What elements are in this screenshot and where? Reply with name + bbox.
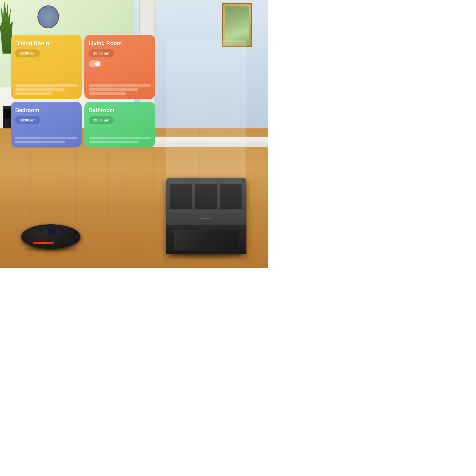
dining-room-title: Dining Room [15, 40, 49, 47]
living-room-card[interactable]: Living Room 15:00 pm [84, 35, 155, 99]
card-line-3 [89, 92, 126, 95]
living-room-lines [89, 84, 151, 95]
card-line-2 [15, 88, 65, 91]
bedroom-time: 08:00 am [15, 116, 40, 124]
toggle-knob [95, 61, 100, 66]
card-line-2 [89, 88, 138, 91]
bathroom-time: 19:00 pm [89, 116, 114, 124]
bedroom-card[interactable]: Bedroom 08:00 am [11, 102, 82, 148]
wall-clock [37, 5, 59, 28]
bathroom-lines [89, 137, 151, 143]
robot-body [21, 224, 80, 249]
dock-lid-3 [220, 180, 242, 184]
living-room-time: 15:00 pm [89, 49, 114, 57]
robot-sensor [48, 229, 55, 235]
dock-lower-section [166, 225, 246, 254]
dining-room-card[interactable]: Dining Room 10:00 am [11, 35, 82, 99]
dock-container-1 [170, 180, 192, 209]
card-line-1 [89, 137, 151, 139]
dock-lid-1 [170, 180, 192, 184]
shelf [166, 40, 246, 187]
dock-lid-2 [195, 180, 217, 184]
bedroom-title: Bedroom [15, 107, 39, 114]
living-room-toggle[interactable] [89, 60, 101, 67]
card-line-3 [15, 92, 52, 95]
card-line-2 [89, 141, 138, 143]
dock-brand-label: roborock [200, 217, 212, 220]
room-cards-overlay: Dining Room 10:00 am Living Room 15:00 p… [11, 35, 155, 148]
dock-base: roborock [166, 178, 246, 254]
robot-red-stripe [33, 242, 54, 244]
picture-frame-inner [225, 6, 249, 44]
bedroom-lines [15, 137, 77, 143]
dock-container-2 [195, 180, 217, 209]
card-line-1 [15, 84, 77, 87]
dock-containers [170, 178, 242, 212]
card-line-1 [89, 84, 151, 87]
dining-room-time: 10:00 am [15, 49, 40, 57]
card-line-1 [15, 137, 77, 139]
docking-station: roborock [166, 178, 246, 254]
dock-container-3 [220, 180, 242, 209]
robot-vacuum [21, 224, 80, 249]
living-room-title: Living Room [89, 40, 122, 47]
card-line-2 [15, 141, 65, 143]
bathroom-card[interactable]: Bathroom 19:00 pm [84, 102, 155, 148]
dock-middle-section: roborock [166, 210, 246, 227]
bathroom-title: Bathroom [89, 107, 115, 114]
dock-mechanism [174, 230, 238, 250]
dining-room-lines [15, 84, 77, 95]
